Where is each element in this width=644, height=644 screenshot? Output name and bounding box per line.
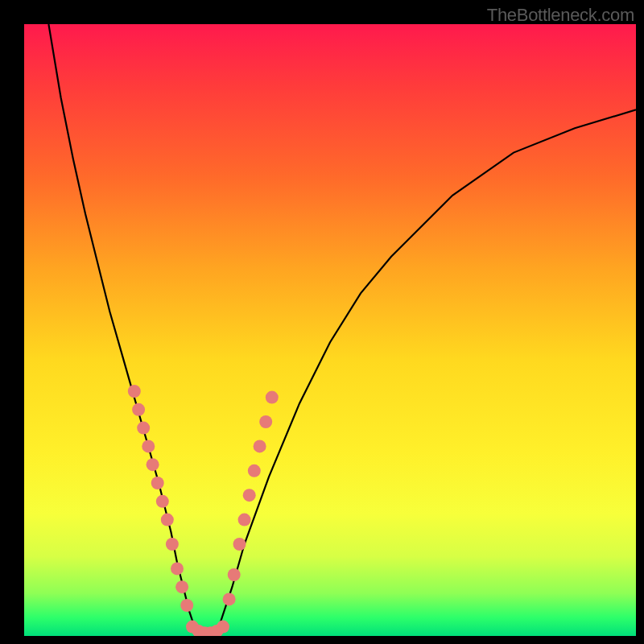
data-point xyxy=(175,580,188,593)
data-point xyxy=(161,514,174,526)
data-point xyxy=(266,391,279,404)
data-point xyxy=(223,592,236,605)
data-point xyxy=(171,562,184,575)
data-point xyxy=(180,599,193,612)
data-point xyxy=(147,458,159,471)
data-point xyxy=(238,514,251,526)
data-point xyxy=(128,385,141,398)
data-point xyxy=(166,538,179,551)
data-point xyxy=(243,489,256,502)
data-point xyxy=(132,403,145,416)
data-point xyxy=(137,422,150,435)
chart-svg xyxy=(24,24,636,636)
data-point xyxy=(259,415,272,428)
bottleneck-curve xyxy=(48,24,636,636)
data-point xyxy=(156,495,169,508)
data-point xyxy=(142,440,155,452)
chart-plot-area xyxy=(24,24,636,636)
data-point xyxy=(151,477,164,489)
data-point xyxy=(228,568,241,581)
data-point xyxy=(254,440,266,452)
data-point xyxy=(233,538,246,551)
data-point xyxy=(217,621,229,634)
watermark-text: TheBottleneck.com xyxy=(487,5,634,26)
data-point xyxy=(248,464,261,477)
